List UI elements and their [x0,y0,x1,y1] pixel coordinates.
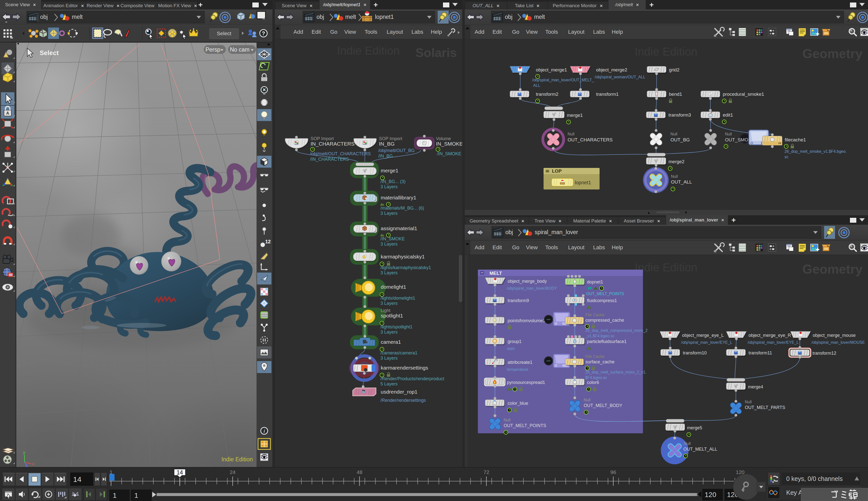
svg-text:120: 120 [705,491,716,499]
svg-text:pointsfromvolume1: pointsfromvolume1 [508,318,545,323]
svg-text:filecache1: filecache1 [785,137,806,142]
svg-text:12: 12 [265,239,271,244]
svg-text:3 Layers: 3 Layers [381,211,398,216]
svg-text:merge2: merge2 [669,159,684,164]
svg-text:File Cache: File Cache [585,354,605,359]
svg-text:Geometry: Geometry [802,46,862,61]
svg-text:OUT_ALL: OUT_ALL [671,179,692,185]
svg-text:3 Layers: 3 Layers [381,330,398,334]
svg-text:3 Layers: 3 Layers [381,356,398,361]
svg-text:/Render/rendersettings: /Render/rendersettings [381,398,426,403]
svg-text:bend1: bend1 [669,92,682,97]
svg-text:lopnet1: lopnet1 [575,180,591,185]
svg-text:5 Layers: 5 Layers [381,382,398,386]
svg-text:merge1: merge1 [567,113,583,118]
svg-text:/materials/M_BG... (6): /materials/M_BG... (6) [381,206,424,211]
svg-text:/obj/melt/OUT_BG: /obj/melt/OUT_BG [378,148,415,153]
svg-text:/obj/spiral_man_lover/BODY: /obj/spiral_man_lover/BODY [507,286,557,291]
svg-text:karmaphysicalsky1: karmaphysicalsky1 [381,254,425,259]
svg-text:x: x [32,461,34,466]
svg-text:/Render/Products/renderproduct: /Render/Products/renderproduct [381,376,444,381]
svg-text:transform10: transform10 [683,350,707,355]
svg-text:assignmaterial1: assignmaterial1 [381,225,417,231]
svg-text:ALL: ALL [533,83,540,87]
svg-text:Indie Edition: Indie Edition [337,44,399,57]
svg-text:/IN_BG: /IN_BG [378,153,393,159]
svg-text:48: 48 [357,469,362,475]
svg-text:24: 24 [230,469,236,475]
svg-text:1: 1 [134,492,138,499]
svg-text:/IN_BG... (3): /IN_BG... (3) [381,179,406,184]
svg-text:26_dop_melt_compressed_more_2: 26_dop_melt_compressed_more_2 [585,328,648,333]
svg-text:26_dop_melt_surface_more_2_v1.: 26_dop_melt_surface_more_2_v1. [585,370,646,374]
svg-text:/IN_SMOKE: /IN_SMOKE [381,236,405,242]
svg-text:object_merge_body: object_merge_body [508,279,547,284]
svg-text:usdrender_rop1: usdrender_rop1 [381,389,417,395]
svg-text:surface_cache: surface_cache [585,359,614,365]
svg-text:transform9: transform9 [508,298,529,303]
svg-text:spotlight1: spotlight1 [381,313,403,318]
svg-text:temperature: temperature [507,367,528,372]
svg-text:26_dop_melt_smoke_v1.$F4.bgeo.: 26_dop_melt_smoke_v1.$F4.bgeo. [784,149,847,154]
svg-text:Persp: Persp [206,46,220,53]
svg-text:transform11: transform11 [748,350,772,355]
svg-text:Null: Null [745,400,752,404]
svg-text:camera1: camera1 [381,339,401,345]
svg-text:object_merge_eye_L: object_merge_eye_L [682,333,724,338]
svg-text:transform1: transform1 [596,92,619,97]
svg-text:object_merge2: object_merge2 [596,67,627,73]
svg-text:transform3: transform3 [669,113,691,118]
svg-text:/IN_SMOKE: /IN_SMOKE [437,151,461,157]
svg-text:procedural_smoke1: procedural_smoke1 [723,92,764,97]
svg-text:start: start [507,347,515,351]
svg-text:Select: Select [40,49,59,56]
svg-text:Null: Null [684,441,691,446]
svg-text:IN_CHARACTERS: IN_CHARACTERS [310,141,354,147]
svg-text:IN_BG: IN_BG [379,141,395,147]
svg-text:fluidcompress1: fluidcompress1 [587,298,617,303]
svg-text:Null: Null [584,398,591,402]
svg-text:compressed_cache: compressed_cache [585,318,624,323]
svg-text:merge5: merge5 [687,425,702,430]
svg-text:karmarendersettings: karmarendersettings [381,365,428,371]
svg-text:Volume: Volume [436,136,451,141]
svg-text:A: A [6,111,9,116]
svg-text:/IN_CHARACTERS: /IN_CHARACTERS [310,157,349,162]
svg-text:object_merge_eye_R: object_merge_eye_R [748,333,791,338]
svg-text:Select: Select [217,31,231,36]
svg-text:transform2: transform2 [536,92,558,97]
svg-text:Null: Null [725,132,732,136]
svg-text:1: 1 [113,492,117,499]
svg-text:OUT_CHARACTERS: OUT_CHARACTERS [568,137,613,142]
svg-text:OUT_MELT_POINTS: OUT_MELT_POINTS [504,423,546,428]
svg-text:LOP: LOP [552,168,562,174]
svg-text:particlefluidsurface1: particlefluidsurface1 [587,339,627,344]
svg-text:/obj/melt/OUT_CHARACTERS: /obj/melt/OUT_CHARACTERS [310,151,371,157]
svg-text:y: y [23,450,25,455]
svg-text:Indie Edition: Indie Edition [635,45,697,58]
svg-text:group1: group1 [508,339,521,344]
svg-text:/cameras/camera1: /cameras/camera1 [381,350,417,355]
svg-text:object_merge_mouse: object_merge_mouse [813,333,856,338]
svg-text:?: ? [262,30,265,36]
svg-text:_v1.$F4.bgeo.sc: _v1.$F4.bgeo.sc [585,334,614,338]
svg-text:Null: Null [670,132,678,136]
svg-text:/lights/domelight1: /lights/domelight1 [381,296,415,301]
svg-text:SOP Import: SOP Import [379,136,402,141]
svg-text:OUT_MELT_POINTS: OUT_MELT_POINTS [586,292,624,296]
svg-text:/lights/karmaphysicalsky1: /lights/karmaphysicalsky1 [381,265,431,270]
svg-text:/obj/spiral_man_lover/MOUSE: /obj/spiral_man_lover/MOUSE [812,340,865,345]
svg-text:72: 72 [484,469,489,475]
svg-text:Light: Light [381,308,391,313]
svg-text:OUT_BG: OUT_BG [670,137,690,142]
svg-text:grid2: grid2 [669,67,679,72]
svg-text:Null: Null [568,132,574,136]
svg-text:edit1: edit1 [723,113,733,118]
svg-text:14: 14 [73,475,81,483]
svg-text:Geometry: Geometry [802,262,862,276]
svg-text:96: 96 [611,469,616,475]
svg-text:/obj/spiral_man_lover/EYE_L: /obj/spiral_man_lover/EYE_L [748,340,799,345]
svg-text:SOP Import: SOP Import [310,136,334,141]
svg-text:z: z [25,463,28,467]
svg-text:sc: sc [784,155,789,159]
